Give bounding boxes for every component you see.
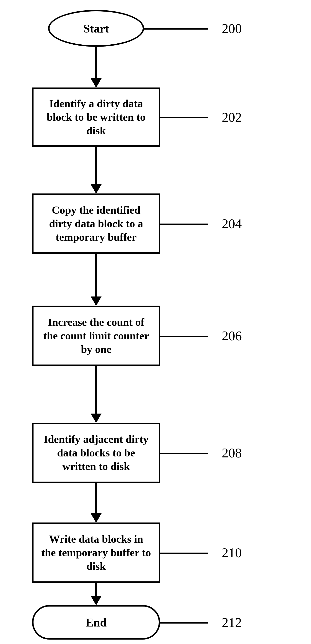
arrow-1 <box>95 47 97 79</box>
arrowhead-6 <box>91 596 102 605</box>
arrow-4 <box>95 366 97 414</box>
step2-label: Copy the identified dirty data block to … <box>41 203 151 244</box>
arrowhead-2 <box>91 184 102 194</box>
ref-end: 212 <box>222 615 242 630</box>
arrowhead-3 <box>91 296 102 306</box>
ref-connector-step4 <box>160 453 208 454</box>
ref-connector-step5 <box>160 552 208 554</box>
arrow-5 <box>95 483 97 514</box>
arrow-3 <box>95 254 97 297</box>
ref-step4: 208 <box>222 445 242 461</box>
start-label: Start <box>83 22 109 35</box>
step2-node: Copy the identified dirty data block to … <box>32 194 160 254</box>
arrowhead-1 <box>91 78 102 88</box>
ref-connector-step2 <box>160 224 208 225</box>
ref-step2: 204 <box>222 216 242 232</box>
arrow-6 <box>95 583 97 596</box>
step4-node: Identify adjacent dirty data blocks to b… <box>32 423 160 483</box>
ref-step5: 210 <box>222 545 242 560</box>
ref-connector-step3 <box>160 336 208 337</box>
arrow-2 <box>95 147 97 185</box>
arrowhead-4 <box>91 414 102 423</box>
step1-node: Identify a dirty data block to be writte… <box>32 88 160 147</box>
step1-label: Identify a dirty data block to be writte… <box>41 97 151 138</box>
ref-start: 200 <box>222 21 242 36</box>
step4-label: Identify adjacent dirty data blocks to b… <box>41 432 151 473</box>
ref-step3: 206 <box>222 328 242 344</box>
step3-label: Increase the count of the count limit co… <box>41 316 151 356</box>
start-node: Start <box>48 10 144 47</box>
ref-connector-step1 <box>160 117 208 118</box>
end-label: End <box>86 616 106 629</box>
step5-node: Write data blocks in the temporary buffe… <box>32 522 160 583</box>
ref-step1: 202 <box>222 110 242 125</box>
ref-connector-start <box>144 28 208 30</box>
flowchart-container: Start 200 Identify a dirty data block to… <box>0 0 311 644</box>
ref-connector-end <box>160 622 208 624</box>
step3-node: Increase the count of the count limit co… <box>32 306 160 366</box>
end-node: End <box>32 605 160 640</box>
arrowhead-5 <box>91 514 102 523</box>
step5-label: Write data blocks in the temporary buffe… <box>41 532 151 573</box>
